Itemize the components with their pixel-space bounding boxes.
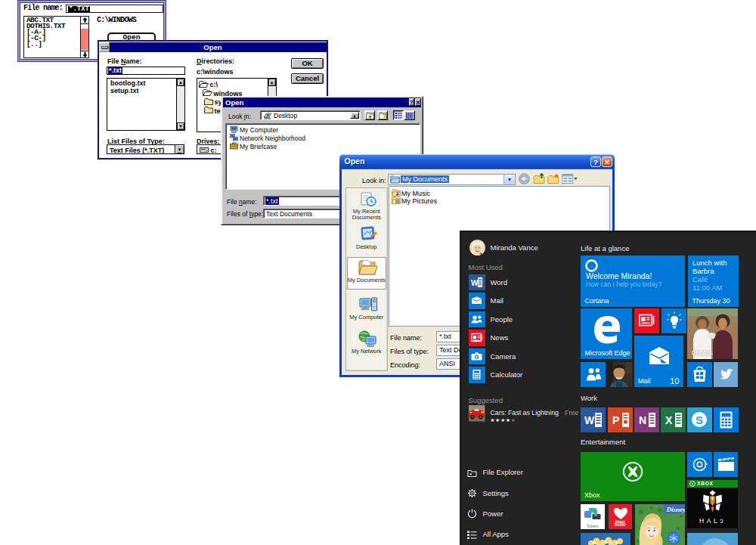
svg-text:X: X bbox=[665, 414, 673, 426]
svg-text:W: W bbox=[584, 414, 595, 426]
svg-text:N: N bbox=[639, 414, 646, 426]
svg-text:S: S bbox=[696, 413, 703, 426]
svg-text:Disney: Disney bbox=[666, 505, 686, 512]
svg-text:W: W bbox=[471, 278, 479, 286]
svg-text:P: P bbox=[612, 414, 619, 426]
